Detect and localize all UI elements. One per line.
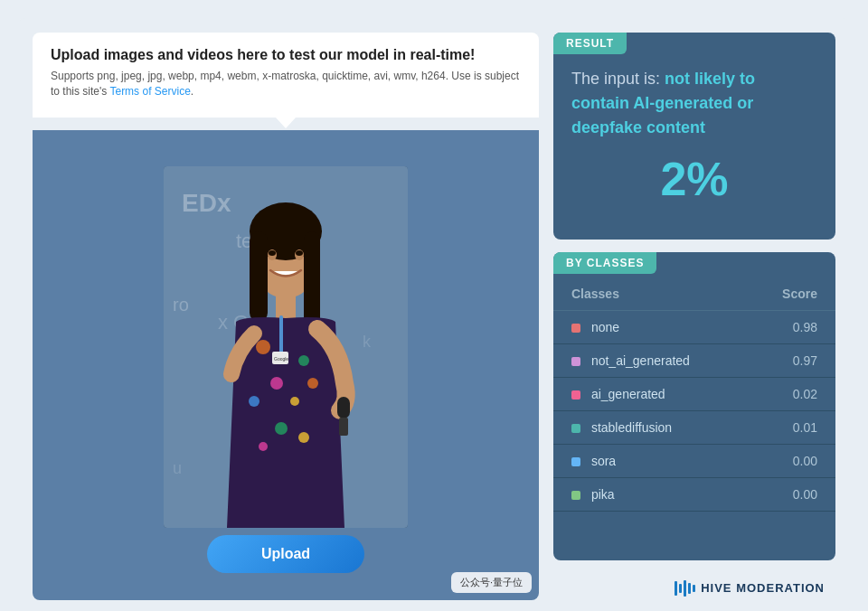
hive-bar-1 xyxy=(675,581,677,596)
class-dot xyxy=(571,324,580,333)
hive-logo-icon xyxy=(675,580,695,597)
svg-point-21 xyxy=(259,442,268,451)
class-name: stablediffusion xyxy=(591,420,672,435)
classes-badge: BY CLASSES xyxy=(553,252,656,274)
col-classes-header: Classes xyxy=(553,277,746,311)
svg-text:ro: ro xyxy=(173,295,189,315)
class-dot xyxy=(571,457,580,466)
class-dot xyxy=(571,491,580,500)
class-score-cell: 0.00 xyxy=(746,445,835,478)
upload-header: Upload images and videos here to test ou… xyxy=(33,33,539,118)
result-card: RESULT The input is: not likely to conta… xyxy=(553,33,835,240)
hive-footer: HIVE MODERATION xyxy=(553,573,835,600)
class-name: ai_generated xyxy=(591,387,665,401)
upload-subtitle: Supports png, jpeg, jpg, webp, mp4, webm… xyxy=(51,69,521,99)
svg-point-16 xyxy=(270,377,283,390)
result-badge: RESULT xyxy=(553,33,627,54)
svg-point-14 xyxy=(256,340,270,354)
hive-bar-5 xyxy=(693,585,695,592)
table-row: ai_generated 0.02 xyxy=(553,378,835,411)
result-percentage: 2% xyxy=(571,140,817,223)
person-svg: EDx ternu ro x G xyxy=(164,166,408,528)
class-name-cell: stablediffusion xyxy=(553,411,746,445)
svg-point-11 xyxy=(269,250,276,256)
col-score-header: Score xyxy=(746,277,835,311)
svg-point-15 xyxy=(298,355,309,366)
upload-title: Upload images and videos here to test ou… xyxy=(51,47,521,63)
right-panel: RESULT The input is: not likely to conta… xyxy=(553,33,835,600)
class-dot xyxy=(571,424,580,433)
svg-point-20 xyxy=(275,422,288,435)
upload-button[interactable]: Upload xyxy=(207,535,364,573)
svg-point-12 xyxy=(296,250,303,256)
svg-point-22 xyxy=(298,432,309,443)
classes-table: Classes Score none 0.98 not_ai_generated… xyxy=(553,277,835,512)
class-name: not_ai_generated xyxy=(591,353,690,368)
table-row: sora 0.00 xyxy=(553,445,835,478)
class-name-cell: pika xyxy=(553,478,746,512)
class-name: sora xyxy=(591,454,616,468)
left-panel: Upload images and videos here to test ou… xyxy=(33,33,539,600)
svg-text:EDx: EDx xyxy=(182,189,231,217)
class-dot xyxy=(571,390,580,400)
table-row: not_ai_generated 0.97 xyxy=(553,344,835,378)
hive-bar-3 xyxy=(684,580,686,597)
watermark: 公众号·量子位 xyxy=(451,572,532,593)
svg-text:u: u xyxy=(173,459,182,477)
classes-card: BY CLASSES Classes Score none 0.98 not_a… xyxy=(553,252,835,560)
class-score-cell: 0.97 xyxy=(746,344,835,378)
class-score-cell: 0.00 xyxy=(746,478,835,512)
uploaded-image: EDx ternu ro x G xyxy=(164,166,408,528)
svg-point-19 xyxy=(307,378,318,389)
table-row: none 0.98 xyxy=(553,311,835,344)
class-name-cell: not_ai_generated xyxy=(553,344,746,378)
svg-point-17 xyxy=(290,397,299,406)
image-area: EDx ternu ro x G xyxy=(33,130,539,600)
terms-link[interactable]: Terms of Service xyxy=(109,85,190,98)
hive-label: HIVE MODERATION xyxy=(701,581,825,595)
table-row: stablediffusion 0.01 xyxy=(553,411,835,445)
result-text: The input is: not likely to contain AI-g… xyxy=(553,54,835,240)
svg-point-18 xyxy=(249,396,259,407)
svg-rect-13 xyxy=(276,295,296,322)
svg-rect-27 xyxy=(339,418,348,436)
class-name: none xyxy=(591,320,619,334)
class-score-cell: 0.01 xyxy=(746,411,835,445)
main-container: Upload images and videos here to test ou… xyxy=(18,18,850,611)
hive-bar-4 xyxy=(688,583,691,594)
class-dot xyxy=(571,357,580,366)
svg-text:k: k xyxy=(363,333,372,351)
class-name-cell: none xyxy=(553,311,746,344)
class-name-cell: ai_generated xyxy=(553,378,746,411)
class-score-cell: 0.02 xyxy=(746,378,835,411)
svg-rect-7 xyxy=(250,231,268,322)
table-row: pika 0.00 xyxy=(553,478,835,512)
class-score-cell: 0.98 xyxy=(746,311,835,344)
class-name-cell: sora xyxy=(553,445,746,478)
svg-rect-26 xyxy=(337,397,350,418)
svg-text:Google: Google xyxy=(274,356,288,362)
class-name: pika xyxy=(591,487,615,502)
hive-bar-2 xyxy=(679,584,682,593)
